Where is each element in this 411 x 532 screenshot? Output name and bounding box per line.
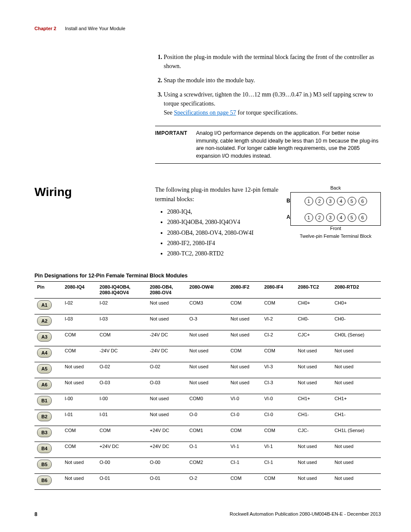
value-cell: I-00 [62,394,97,410]
table-header: 2080-IF4 [262,281,295,298]
value-cell: VI-3 [262,362,295,378]
table-header: 2080-IQ4 [62,281,97,298]
value-cell: O-03 [97,378,147,394]
value-cell: I-02 [97,299,147,314]
pin-pill: B5 [37,460,52,469]
table-row: A5Not usedO-02O-02Not usedNot usedVI-3No… [34,362,381,378]
value-cell: COM [228,299,262,314]
value-cell: COM [62,442,97,458]
value-cell: I-02 [62,299,97,314]
value-cell: I-01 [97,410,147,426]
pin-pill: A4 [37,348,52,358]
pin-circle: 2 [315,213,324,222]
table-header: Pin [34,281,62,298]
value-cell: Not used [147,299,187,314]
pin-cell: A6 [34,378,62,394]
pin-circle: 5 [348,213,356,222]
pin-cell: B5 [34,458,62,474]
value-cell: CH1+ [332,394,381,410]
value-cell: Not used [295,474,332,490]
value-cell: O-02 [97,362,147,378]
value-cell: -24V DC [147,346,187,362]
step-1: Position the plug-in module with the ter… [164,53,381,71]
value-cell: CH1+ [295,394,332,410]
value-cell: Not used [187,346,228,362]
value-cell: I-00 [97,394,147,410]
table-header: 2080-RTD2 [332,281,381,298]
step-3-text: Using a screwdriver, tighten the 10…12 m… [164,91,373,107]
table-row: A4COM-24V DC-24V DCNot usedCOMCOMNot use… [34,346,381,362]
value-cell: COM [62,426,97,442]
wiring-intro: The following plug-in modules have 12-pi… [155,185,282,205]
chapter-title: Install and Wire Your Module [65,26,125,31]
step-3: Using a screwdriver, tighten the 10…12 m… [164,90,381,117]
table-row: B4COM+24V DC+24V DCO-1VI-1VI-1Not usedNo… [34,442,381,458]
value-cell: O-0 [187,410,228,426]
value-cell: COM [262,346,295,362]
list-item: 2080-OB4, 2080-OV4, 2080-OW4I [167,228,282,238]
value-cell: Not used [228,378,262,394]
value-cell: Not used [295,442,332,458]
value-cell: Not used [187,330,228,346]
wiring-heading: Wiring [34,185,146,260]
step-2: Snap the module into the module bay. [164,76,381,85]
value-cell: O-03 [147,378,187,394]
pin-pill: A6 [37,380,52,389]
pin-cell: B6 [34,474,62,490]
pin-circle: 3 [326,197,335,205]
value-cell: Not used [332,458,381,474]
specifications-link[interactable]: Specifications on page 57 [174,109,236,116]
pin-pill: A1 [37,300,52,310]
value-cell: Not used [62,362,97,378]
tb-back-label: Back [290,185,381,190]
important-box: IMPORTANT Analog I/O performance depends… [155,126,381,164]
row-label-a: A [286,214,290,220]
pin-pill: B3 [37,428,52,437]
value-cell: CI-3 [262,378,295,394]
important-label: IMPORTANT [155,130,187,160]
value-cell: COM [97,330,147,346]
value-cell: CH0- [332,314,381,330]
value-cell: Not used [332,346,381,362]
value-cell: Not used [332,442,381,458]
value-cell: Not used [332,362,381,378]
list-item: 2080-IF2, 2080-IF4 [167,239,282,248]
value-cell: COM [62,346,97,362]
pin-designations-table: Pin2080-IQ42080-IQ4OB4,2080-IQ4OV42080-O… [34,281,381,490]
pin-pill: A5 [37,364,52,373]
tb-caption: Twelve-pin Female Terminal Block [290,233,381,239]
pin-circle: 4 [337,197,346,205]
value-cell: Not used [228,362,262,378]
value-cell: +24V DC [147,442,187,458]
see-prefix: See [164,109,174,116]
pin-circle: 6 [358,197,367,205]
pin-circle: 2 [315,197,324,205]
table-row: A6Not usedO-03O-03Not usedNot usedCI-3No… [34,378,381,394]
table-row: A2I-03I-03Not usedO-3Not usedVI-2CH0-CH0… [34,314,381,330]
value-cell: -24V DC [97,346,147,362]
pin-pill: A2 [37,316,52,326]
value-cell: Not used [62,474,97,490]
value-cell: Not used [147,410,187,426]
value-cell: O-1 [187,442,228,458]
pin-cell: A3 [34,330,62,346]
list-item: 2080-IQ4, [167,207,282,217]
important-text: Analog I/O performance depends on the ap… [196,130,381,160]
value-cell: +24V DC [147,426,187,442]
table-row: B2I-01I-01Not usedO-0CI-0CI-0CH1-CH1- [34,410,381,426]
wiring-body: The following plug-in modules have 12-pi… [155,185,282,260]
value-cell: COM [262,474,295,490]
table-row: B5Not usedO-00O-00COM2CI-1CI-1Not usedNo… [34,458,381,474]
value-cell: O-01 [97,474,147,490]
row-label-b: B [286,198,290,204]
table-row: B6Not usedO-01O-01O-2COMCOMNot usedNot u… [34,474,381,490]
value-cell: COM [97,426,147,442]
value-cell: O-00 [147,458,187,474]
pin-circle: 3 [326,213,335,222]
pin-circle: 5 [348,197,356,205]
pin-pill: B6 [37,476,52,485]
list-item: 2080-IQ4OB4, 2080-IQ4OV4 [167,218,282,227]
pin-cell: A2 [34,314,62,330]
value-cell: O-3 [187,314,228,330]
pin-cell: A5 [34,362,62,378]
